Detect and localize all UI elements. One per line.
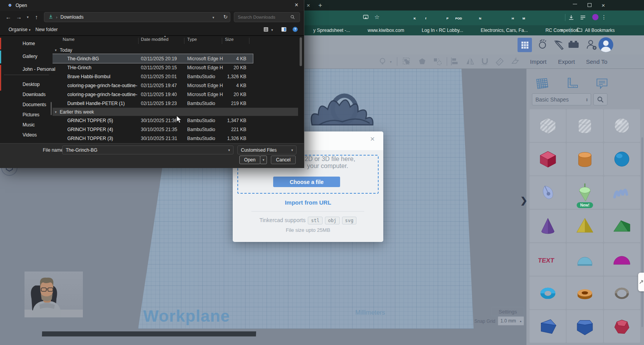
search-box[interactable] [234,12,300,22]
file-row[interactable]: coloring-page-grinch-face-outline-color.… [53,90,304,99]
lightbulb-dropdown-caret[interactable]: ▾ [390,60,392,64]
shape-half-cylinder[interactable] [567,243,603,276]
bookmark-star-icon[interactable]: ☆ [374,14,379,21]
bookmarks-overflow-chevron[interactable]: » [560,27,563,33]
modal-close-icon[interactable]: × [370,135,375,144]
column-size[interactable]: Size [225,37,233,42]
edge-tooltip-popup[interactable] [638,273,644,291]
file-row[interactable]: The-Grinch-BG02/11/2025 20:19 Microsoft … [53,54,253,63]
help-icon[interactable]: ? [293,27,298,32]
workplane-panel-icon[interactable] [533,75,551,92]
sidebar-item[interactable]: ❯ Gallery [2,51,51,61]
paste-icon[interactable] [418,57,426,67]
shape-pyramid[interactable] [567,210,603,242]
oven-mitt-icon[interactable] [536,39,549,53]
refresh-icon[interactable]: ↻ [223,14,228,20]
dialog-close-button[interactable]: × [292,2,301,9]
mirror-icon[interactable] [465,57,475,67]
panel-scrollbar[interactable] [641,137,643,327]
ruler-panel-icon[interactable] [563,75,581,92]
extension-icon[interactable] [401,16,407,22]
panel-collapse-chevron[interactable]: ❯ [520,196,527,206]
shape-scribble[interactable] [530,176,566,209]
window-minimize-button[interactable] [573,0,577,7]
browser-menu-icon[interactable]: ⋮ [601,14,607,20]
extension-icon[interactable] [532,16,538,22]
shape-top[interactable]: New! [567,176,603,209]
bookmark-item[interactable]: RC Competition [538,25,579,35]
column-type[interactable]: Type [187,37,197,42]
shape-box[interactable] [530,143,566,175]
preview-pane-icon[interactable] [281,26,287,33]
bookmark-item[interactable]: Log In ‹ RC Lobby... [414,25,463,35]
send-to-device-icon[interactable] [363,14,369,22]
bookmark-item[interactable]: www.kiwibox.com [360,25,404,35]
shape-cylinder-hole[interactable] [567,109,603,142]
open-split-caret[interactable]: ▾ [260,156,267,164]
organise-menu[interactable]: Organise ▾ [9,27,31,32]
tab-close-icon[interactable]: × [307,0,310,11]
extension-icon[interactable] [466,16,472,22]
forward-icon[interactable]: → [16,14,22,20]
file-row[interactable]: Brave Habbi-Bombul02/11/2025 20:01 Bambu… [53,72,304,81]
align-icon[interactable] [451,57,460,67]
sidebar-item[interactable]: Music [2,120,51,130]
copy-icon[interactable] [402,57,412,67]
sidebar-item[interactable]: ❯ John - Personal [2,64,51,74]
up-icon[interactable]: ↑ [35,14,38,20]
shape-sphere-hole[interactable] [604,109,640,142]
file-group-header[interactable]: ▾Today [53,46,298,54]
ruler-tool-icon[interactable] [495,57,504,67]
sidebar-item[interactable]: Pictures [2,110,51,120]
sidebar-item[interactable]: Desktop [2,79,51,89]
sidebar-item[interactable]: Videos [2,130,51,140]
new-tab-button[interactable]: + [318,0,322,11]
shape-torus[interactable] [530,277,566,309]
bookmark-item[interactable]: y Spreadsheet -... [306,25,350,35]
dashboard-grid-button[interactable] [518,38,532,52]
sidebar-item[interactable]: Documents [2,100,51,110]
window-close-button[interactable]: × [602,0,605,11]
extension-icon[interactable] [433,16,440,22]
view-mode-caret[interactable]: ▾ [271,28,273,32]
extension-icon[interactable]: P [444,16,451,22]
file-row[interactable]: Dumbell Handle-PETER (1)02/11/2025 19:23… [53,99,304,108]
file-name-combo[interactable]: The-Grinch-BG▾ [62,145,233,154]
file-list-scrollbar[interactable] [300,37,302,66]
extension-icon[interactable] [499,16,505,22]
import-from-url-link[interactable]: Import from URL [233,199,383,206]
send-to-button[interactable]: Send To [586,58,607,65]
extension-icon[interactable]: M [521,16,527,22]
extension-icon[interactable] [542,16,549,22]
magnet-icon[interactable] [480,57,490,67]
reading-list-icon[interactable] [580,14,586,22]
all-bookmarks-button[interactable]: All Bookmarks [577,25,615,35]
notes-panel-icon[interactable] [593,75,611,92]
extension-icon[interactable] [390,16,396,22]
new-folder-button[interactable]: New folder [35,27,58,32]
shape-tube[interactable] [567,277,603,309]
address-bar[interactable]: › Downloads ▾ ↻ [44,12,230,22]
shape-squiggle[interactable] [604,176,640,209]
extension-icon[interactable]: N [477,16,483,22]
open-button[interactable]: Open [239,156,260,164]
sidebar-item[interactable]: Downloads [2,89,51,100]
shape-ring[interactable] [604,277,640,309]
window-maximize-button[interactable] [588,0,591,9]
address-dropdown-caret[interactable]: ▾ [212,16,214,19]
breadcrumb[interactable]: Downloads [60,14,83,20]
add-person-icon[interactable] [585,39,598,53]
lego-brick-icon[interactable] [567,39,580,52]
snap-grid-select[interactable]: 1.0 mm▴ [498,316,524,326]
export-button[interactable]: Export [558,58,575,65]
shape-search-button[interactable] [593,93,607,105]
workplane-tool-icon[interactable] [510,57,520,67]
downloads-tray-icon[interactable] [568,14,574,22]
sidebar-scrollbar[interactable] [51,102,52,115]
lightbulb-icon[interactable] [378,57,387,67]
shape-polygon[interactable] [530,310,566,343]
shape-half-sphere[interactable] [604,243,640,276]
shape-category-select[interactable]: Basic Shapes ▴▾ [532,93,591,105]
search-input[interactable] [238,15,290,19]
choose-file-button[interactable]: Choose a file [273,177,340,187]
